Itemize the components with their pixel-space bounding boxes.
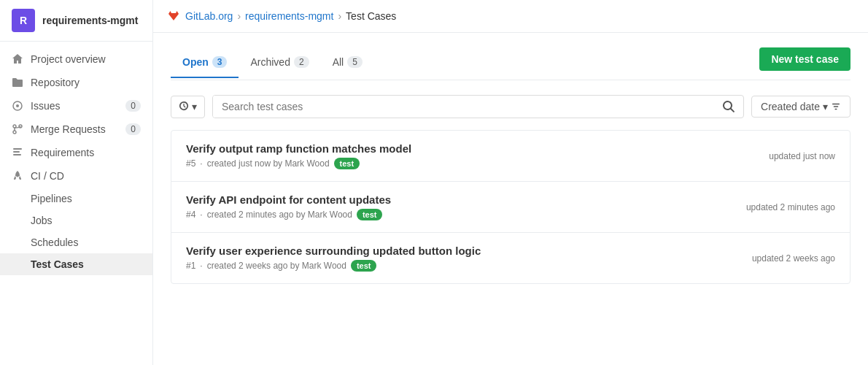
sidebar-item-requirements[interactable]: Requirements	[0, 141, 152, 164]
test-case-item: Verify user experience surrounding updat…	[171, 233, 850, 283]
breadcrumb-sep-2: ›	[338, 10, 341, 22]
subitem-label: Test Cases	[31, 258, 84, 270]
sidebar-subitem-jobs[interactable]: Jobs	[0, 210, 152, 231]
issues-icon	[12, 100, 23, 112]
nav-label: Issues	[31, 100, 60, 112]
test-case-meta-text: ·	[200, 158, 202, 169]
subitem-label: Jobs	[31, 215, 53, 226]
test-case-updated: updated 2 minutes ago	[746, 202, 835, 212]
sort-label: Created date	[761, 101, 820, 112]
sidebar-item-issues[interactable]: Issues 0	[0, 94, 152, 118]
test-case-meta-sep: ·	[200, 210, 202, 220]
rocket-icon	[12, 170, 23, 182]
search-input[interactable]	[213, 96, 714, 118]
sort-button[interactable]: Created date ▾	[751, 96, 850, 118]
nav-label: Merge Requests	[31, 123, 106, 135]
requirements-icon	[12, 147, 23, 158]
tab-archived[interactable]: Archived 2	[239, 49, 320, 78]
test-case-created: created just now by Mark Wood	[207, 158, 330, 169]
search-button[interactable]	[714, 96, 743, 117]
nav-label: Requirements	[31, 147, 94, 158]
filter-history-button[interactable]: ▾	[171, 96, 205, 118]
test-case-meta-sep: ·	[200, 261, 202, 271]
subitem-label: Pipelines	[31, 193, 72, 204]
test-case-title[interactable]: Verify output ramp function matches mode…	[186, 142, 754, 155]
tab-open-count: 3	[212, 56, 228, 68]
sidebar-item-project-overview[interactable]: Project overview	[0, 47, 152, 71]
test-case-list: Verify output ramp function matches mode…	[171, 130, 850, 284]
svg-rect-5	[13, 148, 22, 150]
filter-row: ▾ Created date ▾	[171, 95, 850, 118]
svg-rect-7	[13, 154, 21, 155]
test-label-badge: test	[357, 209, 383, 220]
test-case-left: Verify API endpoint for content updates …	[186, 193, 732, 220]
test-case-left: Verify output ramp function matches mode…	[186, 142, 754, 169]
sidebar-nav: Project overview Repository Issues 0 Mer…	[0, 42, 152, 365]
chevron-down-icon: ▾	[192, 101, 197, 112]
main-content: GitLab.org › requirements-mgmt › Test Ca…	[153, 0, 868, 365]
tab-archived-count: 2	[294, 56, 309, 68]
home-icon	[12, 53, 23, 65]
subitem-label: Schedules	[31, 237, 78, 248]
content-area: Open 3 Archived 2 All 5 New test case	[153, 33, 868, 365]
svg-point-3	[13, 131, 16, 134]
sidebar-header: R requirements-mgmt	[0, 0, 152, 42]
nav-label: CI / CD	[31, 170, 64, 182]
test-case-number: #4	[186, 210, 195, 220]
test-case-item: Verify output ramp function matches mode…	[171, 131, 850, 182]
folder-icon	[12, 77, 23, 88]
search-wrapper	[212, 95, 744, 118]
tab-open[interactable]: Open 3	[171, 49, 239, 78]
sidebar-item-merge-requests[interactable]: Merge Requests 0	[0, 118, 152, 141]
tab-all[interactable]: All 5	[321, 49, 374, 78]
search-icon	[723, 101, 735, 112]
test-case-created: created 2 minutes ago by Mark Wood	[207, 210, 352, 220]
test-case-created: created 2 weeks ago by Mark Wood	[207, 261, 346, 271]
chevron-down-icon: ▾	[823, 101, 828, 112]
tab-archived-label: Archived	[250, 56, 290, 68]
svg-point-8	[17, 175, 19, 177]
new-test-case-button[interactable]: New test case	[759, 47, 850, 71]
sidebar: R requirements-mgmt Project overview Rep…	[0, 0, 153, 365]
merge-requests-badge: 0	[125, 123, 141, 135]
sidebar-subitem-test-cases[interactable]: Test Cases	[0, 253, 152, 275]
svg-rect-6	[13, 151, 20, 153]
test-case-title[interactable]: Verify user experience surrounding updat…	[186, 245, 737, 257]
avatar: R	[12, 9, 35, 32]
tab-open-label: Open	[182, 56, 209, 68]
nav-label: Project overview	[31, 53, 106, 65]
sidebar-item-ci-cd[interactable]: CI / CD	[0, 164, 152, 188]
test-case-item: Verify API endpoint for content updates …	[171, 182, 850, 233]
tabs: Open 3 Archived 2 All 5	[171, 49, 374, 78]
nav-label: Repository	[31, 77, 80, 88]
test-label-badge: test	[351, 260, 377, 272]
gitlab-logo-icon	[168, 10, 179, 22]
sidebar-subitem-pipelines[interactable]: Pipelines	[0, 188, 152, 210]
test-case-meta: #1 · created 2 weeks ago by Mark Wood te…	[186, 260, 737, 272]
breadcrumb-sep-1: ›	[237, 10, 241, 22]
sidebar-subitem-schedules[interactable]: Schedules	[0, 231, 152, 253]
test-case-meta: #5 · created just now by Mark Wood test	[186, 158, 754, 169]
test-case-number: #5	[186, 158, 195, 169]
breadcrumb-project[interactable]: requirements-mgmt	[245, 10, 333, 22]
tab-all-label: All	[333, 56, 344, 68]
test-case-title[interactable]: Verify API endpoint for content updates	[186, 193, 732, 206]
breadcrumb-current: Test Cases	[346, 10, 396, 22]
project-name: requirements-mgmt	[42, 15, 138, 26]
history-icon	[179, 101, 189, 113]
sort-order-icon	[831, 101, 841, 112]
test-case-number: #1	[186, 261, 195, 271]
test-case-left: Verify user experience surrounding updat…	[186, 245, 737, 272]
issues-badge: 0	[125, 100, 141, 112]
tabs-row: Open 3 Archived 2 All 5 New test case	[171, 47, 850, 80]
test-case-updated: updated just now	[769, 151, 835, 161]
tab-all-count: 5	[347, 56, 363, 68]
breadcrumb: GitLab.org › requirements-mgmt › Test Ca…	[153, 0, 868, 33]
sidebar-item-repository[interactable]: Repository	[0, 71, 152, 94]
test-label-badge: test	[334, 158, 360, 169]
merge-icon	[12, 123, 23, 135]
svg-point-1	[16, 104, 19, 107]
test-case-updated: updated 2 weeks ago	[752, 253, 835, 264]
test-case-meta: #4 · created 2 minutes ago by Mark Wood …	[186, 209, 732, 220]
breadcrumb-gitlab[interactable]: GitLab.org	[185, 10, 233, 22]
